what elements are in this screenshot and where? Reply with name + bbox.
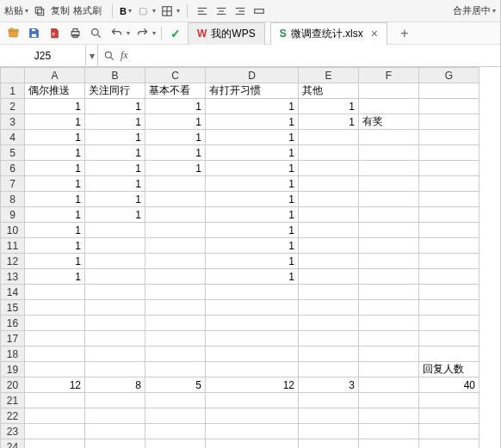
print-icon[interactable] [66,25,84,42]
cell[interactable] [419,145,479,161]
cell[interactable]: 1 [85,145,145,161]
cell[interactable]: 1 [206,254,299,269]
cell[interactable]: 1 [25,254,85,269]
cell[interactable]: 1 [85,176,145,192]
close-icon[interactable]: × [371,27,378,40]
cell[interactable] [359,408,419,424]
cell[interactable]: 1 [206,176,299,192]
cell[interactable] [419,176,479,192]
cell[interactable]: 1 [206,192,299,207]
cell[interactable] [145,269,206,285]
cell[interactable]: 12 [25,377,85,393]
cell[interactable] [359,207,419,223]
cell[interactable]: 1 [25,238,85,254]
cell[interactable]: 1 [145,130,206,145]
cell[interactable]: 1 [206,130,299,145]
cell[interactable] [85,285,145,300]
save-icon[interactable] [25,25,42,42]
cell[interactable]: 1 [25,130,85,145]
cell[interactable]: 1 [206,269,299,285]
cell[interactable]: 其他 [299,83,359,99]
cell[interactable] [85,331,145,347]
cell[interactable] [359,347,419,362]
cell[interactable]: 1 [206,238,299,254]
cell[interactable] [359,316,419,331]
row-header-13[interactable]: 13 [1,269,25,285]
cell[interactable]: 1 [25,114,85,130]
cell[interactable] [25,408,85,424]
cell[interactable] [359,161,419,176]
cell[interactable] [145,254,206,269]
add-tab-button[interactable]: + [396,25,413,42]
cell[interactable]: 基本不看 [145,83,206,99]
cell[interactable] [419,99,479,114]
cell[interactable] [359,362,419,377]
cell[interactable] [145,238,206,254]
cell[interactable] [419,439,479,449]
col-header-D[interactable]: D [206,68,299,83]
row-header-8[interactable]: 8 [1,192,25,207]
cell[interactable] [419,424,479,439]
name-box-input[interactable] [0,46,86,66]
cell[interactable] [299,424,359,439]
row-header-9[interactable]: 9 [1,207,25,223]
col-header-B[interactable]: B [85,68,145,83]
cell[interactable] [359,439,419,449]
cell[interactable] [145,285,206,300]
cell[interactable] [85,223,145,238]
cell[interactable] [145,347,206,362]
cell[interactable] [299,347,359,362]
cell[interactable] [359,176,419,192]
cell[interactable] [299,269,359,285]
cell[interactable]: 1 [85,161,145,176]
cell[interactable] [299,316,359,331]
paste-dropdown-icon[interactable]: ▾ [25,7,28,15]
cell[interactable] [299,207,359,223]
cell[interactable] [25,316,85,331]
print-preview-icon[interactable] [87,25,104,42]
col-header-A[interactable]: A [25,68,85,83]
cell[interactable] [359,377,419,393]
row-header-12[interactable]: 12 [1,254,25,269]
row-header-5[interactable]: 5 [1,145,25,161]
cell[interactable]: 1 [206,161,299,176]
cell[interactable] [419,238,479,254]
formula-input[interactable] [133,46,500,66]
cell[interactable]: 1 [85,207,145,223]
merge-icon[interactable] [251,3,267,19]
row-header-15[interactable]: 15 [1,300,25,316]
cell[interactable] [299,254,359,269]
cell[interactable] [299,362,359,377]
cell[interactable] [419,130,479,145]
cell[interactable] [359,254,419,269]
cell[interactable] [85,269,145,285]
cell[interactable] [145,223,206,238]
cell[interactable] [299,331,359,347]
cell[interactable] [359,269,419,285]
cell[interactable] [206,408,299,424]
spreadsheet-grid[interactable]: ABCDEFG1偶尔推送关注同行基本不看有打开习惯其他211111311111有… [0,67,500,448]
cell[interactable] [85,424,145,439]
cell[interactable] [145,300,206,316]
tab-my-wps[interactable]: W 我的WPS [188,22,265,45]
cell[interactable]: 1 [206,207,299,223]
cell[interactable] [419,192,479,207]
cell[interactable] [419,408,479,424]
cell[interactable] [25,331,85,347]
cell[interactable] [299,238,359,254]
cell[interactable] [419,285,479,300]
cell[interactable] [359,99,419,114]
cell[interactable]: 回复人数 [419,362,479,377]
row-header-20[interactable]: 20 [1,377,25,393]
row-header-11[interactable]: 11 [1,238,25,254]
cell[interactable] [85,362,145,377]
cell[interactable] [299,285,359,300]
cell[interactable]: 40 [419,377,479,393]
row-header-16[interactable]: 16 [1,316,25,331]
cell[interactable] [85,316,145,331]
redo-dd-icon[interactable]: ▾ [152,29,156,37]
row-header-17[interactable]: 17 [1,331,25,347]
col-header-G[interactable]: G [419,68,479,83]
bold-button[interactable]: B [120,6,127,16]
row-header-18[interactable]: 18 [1,347,25,362]
